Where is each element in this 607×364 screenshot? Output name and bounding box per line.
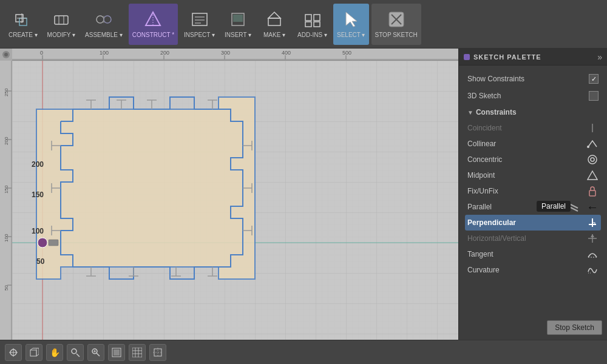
construct-icon bbox=[143, 10, 163, 29]
svg-text:100: 100 bbox=[4, 234, 9, 242]
constraint-horizontal-vertical[interactable]: Horizontal/Vertical bbox=[465, 231, 601, 246]
svg-text:200: 200 bbox=[4, 136, 9, 145]
make-label: MAKE ▾ bbox=[263, 32, 285, 38]
svg-text:150: 150 bbox=[32, 190, 44, 199]
constraint-tangent[interactable]: Tangent bbox=[465, 246, 601, 262]
toolbar-item-insert[interactable]: INSERT ▾ bbox=[221, 4, 255, 45]
constraint-curvature[interactable]: Curvature bbox=[465, 262, 601, 278]
toolbar-item-select[interactable]: SELECT ▾ bbox=[333, 4, 369, 45]
svg-rect-114 bbox=[132, 348, 142, 357]
svg-rect-20 bbox=[305, 15, 311, 21]
concentric-icon bbox=[586, 153, 599, 166]
concentric-label: Concentric bbox=[467, 155, 502, 164]
svg-rect-123 bbox=[589, 190, 595, 196]
toolbar-item-modify[interactable]: MODIFY ▾ bbox=[44, 4, 79, 45]
ruler-left: 250 200 150 100 50 bbox=[0, 61, 12, 364]
toolbar-item-create[interactable]: CREATE ▾ bbox=[5, 4, 41, 45]
panel-expand-button[interactable]: » bbox=[597, 52, 602, 62]
sketch-palette-panel: SKETCH PALETTE » Show Constraints 3D Ske… bbox=[458, 49, 607, 340]
select-icon bbox=[341, 10, 361, 29]
svg-rect-4 bbox=[55, 16, 68, 24]
svg-point-121 bbox=[591, 158, 594, 161]
svg-text:500: 500 bbox=[342, 50, 351, 56]
zoom-fit-button[interactable] bbox=[87, 344, 104, 361]
svg-rect-22 bbox=[305, 22, 311, 27]
pan-button[interactable]: ✋ bbox=[46, 344, 63, 361]
constraint-perpendicular[interactable]: Perpendicular bbox=[465, 215, 601, 231]
perpendicular-icon bbox=[586, 217, 599, 229]
svg-text:400: 400 bbox=[282, 50, 291, 56]
toolbar-item-stop-sketch[interactable]: STOP SKETCH bbox=[371, 4, 421, 45]
svg-rect-85 bbox=[0, 61, 12, 364]
sketch-geometry: 200 150 100 50 bbox=[12, 61, 458, 340]
toolbar-item-make[interactable]: MAKE ▾ bbox=[257, 4, 291, 45]
parallel-icon bbox=[568, 201, 580, 213]
fix-unfix-icon bbox=[586, 185, 599, 197]
svg-point-31 bbox=[4, 53, 8, 56]
tangent-icon bbox=[586, 248, 599, 260]
toolbar-item-construct[interactable]: CONSTRUCT * bbox=[129, 4, 178, 45]
show-constraints-label: Show Constraints bbox=[467, 75, 524, 83]
constraint-coincident[interactable]: Coincident bbox=[465, 120, 601, 136]
svg-text:0: 0 bbox=[40, 50, 43, 56]
section-collapse-icon: ▼ bbox=[467, 109, 473, 116]
svg-rect-12 bbox=[192, 13, 207, 25]
horizontal-vertical-label: Horizontal/Vertical bbox=[467, 234, 526, 243]
constraint-collinear[interactable]: Collinear bbox=[465, 136, 601, 152]
svg-text:100: 100 bbox=[32, 227, 44, 235]
view-cube-button[interactable] bbox=[25, 344, 42, 361]
toolbar-item-inspect[interactable]: INSPECT ▾ bbox=[180, 4, 219, 45]
panel-header: SKETCH PALETTE » bbox=[459, 49, 607, 66]
display-mode-button[interactable] bbox=[108, 344, 125, 361]
svg-text:150: 150 bbox=[4, 185, 9, 194]
parallel-label: Parallel bbox=[467, 203, 492, 211]
modify-icon bbox=[52, 10, 71, 29]
fix-unfix-label: Fix/UnFix bbox=[467, 187, 498, 195]
svg-rect-100 bbox=[30, 350, 36, 356]
coincident-label: Coincident bbox=[467, 124, 502, 132]
svg-marker-19 bbox=[268, 12, 280, 18]
constraint-fix-unfix[interactable]: Fix/UnFix bbox=[465, 183, 601, 199]
horizontal-vertical-icon bbox=[586, 232, 599, 244]
grid-toggle-button[interactable] bbox=[129, 344, 146, 361]
show-constraints-checkbox[interactable] bbox=[589, 74, 599, 84]
stop-sketch-icon bbox=[387, 10, 406, 29]
zoom-button[interactable] bbox=[67, 344, 84, 361]
toolbar-item-assemble[interactable]: ASSEMBLE ▾ bbox=[81, 4, 126, 45]
constraints-section-header[interactable]: ▼ Constraints bbox=[465, 104, 601, 120]
svg-marker-10 bbox=[146, 12, 160, 25]
svg-text:200: 200 bbox=[160, 50, 169, 56]
tangent-label: Tangent bbox=[467, 250, 493, 258]
midpoint-icon bbox=[586, 169, 599, 181]
svg-rect-70 bbox=[49, 240, 58, 246]
toolbar-item-add-ins[interactable]: ADD-INS ▾ bbox=[294, 4, 331, 45]
constraint-parallel[interactable]: Parallel ← Parallel bbox=[465, 199, 601, 215]
curvature-icon bbox=[586, 264, 599, 276]
create-icon bbox=[13, 10, 33, 29]
svg-text:300: 300 bbox=[221, 50, 230, 56]
svg-text:100: 100 bbox=[100, 50, 109, 56]
constraint-concentric[interactable]: Concentric bbox=[465, 152, 601, 167]
insert-icon bbox=[228, 10, 248, 29]
fit-view-button[interactable] bbox=[5, 344, 22, 361]
add-ins-label: ADD-INS ▾ bbox=[297, 32, 327, 38]
snap-button[interactable] bbox=[149, 344, 166, 361]
scroll-corner-indicator bbox=[0, 49, 12, 61]
main-toolbar: CREATE ▾ MODIFY ▾ ASSEMBLE ▾ bbox=[0, 0, 607, 49]
assemble-icon bbox=[94, 10, 114, 29]
3d-sketch-label: 3D Sketch bbox=[467, 92, 501, 100]
svg-rect-109 bbox=[114, 349, 120, 356]
3d-sketch-checkbox[interactable] bbox=[589, 91, 599, 101]
svg-rect-21 bbox=[314, 15, 320, 21]
svg-point-120 bbox=[588, 155, 597, 164]
coincident-icon bbox=[586, 122, 599, 134]
modify-label: MODIFY ▾ bbox=[47, 32, 75, 38]
select-label: SELECT ▾ bbox=[337, 32, 365, 38]
add-ins-icon bbox=[303, 10, 322, 29]
constraint-midpoint[interactable]: Midpoint bbox=[465, 167, 601, 183]
3d-sketch-row: 3D Sketch bbox=[465, 87, 601, 104]
show-constraints-row: Show Constraints bbox=[465, 70, 601, 87]
panel-title: SKETCH PALETTE bbox=[473, 53, 594, 61]
stop-sketch-panel-button[interactable]: Stop Sketch bbox=[547, 320, 602, 335]
svg-point-102 bbox=[72, 349, 76, 354]
